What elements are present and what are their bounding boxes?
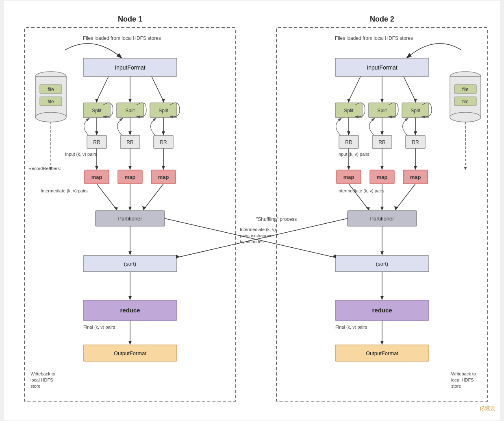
node1-rr2-label: RR	[126, 140, 134, 145]
shuffle-arrow2	[177, 218, 348, 257]
shuffling-sub2: pairs exchanged	[240, 233, 273, 238]
node2-map3-label: map	[410, 174, 421, 180]
node2-part-sort-arrow	[380, 251, 384, 255]
node1-writeback-label: Writeback to	[30, 371, 55, 376]
shuffle-arrow2-head	[176, 255, 180, 259]
node1-map1-part-arrow	[114, 207, 118, 210]
node2-outputformat-label: OutputFormat	[366, 350, 399, 356]
node1-rr1-loop	[84, 118, 90, 136]
node2-map3-part-line	[396, 184, 415, 209]
shuffle-arrow1	[165, 218, 335, 257]
node2-rr1-map1-arrow	[347, 166, 350, 170]
node2-cyl-arrow-head	[464, 167, 467, 170]
node2-writeback-label2: local HDFS	[451, 377, 474, 382]
node1-if-to-split1-line	[97, 76, 109, 101]
node2-rr2-label: RR	[378, 140, 386, 145]
shuffling-sub1: Intermediate (k, v)	[240, 227, 276, 232]
node2-map1-part-arrow	[366, 207, 370, 210]
node2-if-split2-arrow	[380, 99, 384, 103]
node1-if-split3-arrow	[162, 99, 165, 103]
node2-rr3-map3-arrow	[414, 166, 417, 170]
node1-map1-part-line	[97, 184, 116, 209]
node1-rr1-map1-arrow	[95, 166, 98, 170]
node2-if-to-split1-line	[349, 76, 361, 101]
node2-rr3-loop	[403, 118, 408, 136]
node2-file2-label: file	[462, 99, 469, 105]
node2-reduce-output-arrow	[380, 341, 384, 345]
node1-outputformat-label: OutputFormat	[114, 350, 147, 356]
node1-rr3-loop	[151, 118, 156, 136]
node1-final-kv-label: Final (k, v) pairs	[83, 325, 115, 329]
node2-map2-part-arrow	[380, 207, 384, 211]
main-container: Node 1 Files loaded from local HDFS stor…	[4, 1, 500, 420]
node1-writeback-label3: store	[30, 384, 40, 388]
node2-input-kv-label: Input (k, v) pairs	[337, 152, 369, 157]
node1-writeback-label2: local HDFS	[30, 377, 53, 382]
node1-title: Node 1	[118, 15, 142, 23]
shuffling-label: "Shuffling" process	[256, 216, 297, 222]
node2-cyl-bottom	[450, 112, 481, 122]
node2-hdfs-label: Files loaded from local HDFS stores	[335, 35, 413, 41]
node1-partitioner-label: Partitioner	[118, 216, 142, 222]
node1-s2-rr2-arrow	[128, 131, 132, 135]
node1-hdfs-label: Files loaded from local HDFS stores	[83, 35, 161, 41]
node1-sort-reduce-arrow	[128, 296, 132, 300]
node2-s3-rr3-arrow	[414, 131, 417, 135]
node2-file1-label: file	[462, 87, 469, 92]
node1-sort-label: (sort)	[124, 261, 136, 267]
node1-map3-part-line	[144, 184, 163, 209]
node1-map2-part-arrow	[128, 207, 132, 211]
node1-if-split1-arrow	[95, 99, 98, 103]
shuffle-arrow1-head	[332, 254, 336, 259]
node1-inter-kv-label: Intermediate (k, v) pairs	[41, 188, 88, 193]
node1-rr2-map2-arrow	[128, 166, 132, 170]
node2-reduce-label: reduce	[372, 307, 392, 314]
node2-writeback-label: Writeback to	[451, 371, 476, 376]
node1-if-to-split3-line	[152, 76, 163, 101]
node1-curved-arrow	[65, 44, 122, 58]
node1-s3-rr3-arrow	[162, 131, 165, 135]
diagram-svg: Node 1 Files loaded from local HDFS stor…	[12, 9, 500, 412]
node1-input-kv-label: Input (k, v) pairs	[65, 152, 97, 157]
node1-rr-label: RecordReaders:	[28, 166, 61, 171]
node2-map1-label: map	[343, 174, 354, 180]
node2-sort-label: (sort)	[376, 261, 388, 267]
node2-inter-kv-label: Intermediate (k, v) pairs	[337, 188, 385, 193]
node2-map2-label: map	[377, 174, 388, 180]
node2-curved-arrow	[406, 44, 461, 58]
node2-s1-rr1-arrow	[347, 131, 350, 135]
node2-partitioner-label: Partitioner	[370, 216, 394, 222]
watermark: 亿速云	[479, 405, 495, 411]
node1-rr3-label: RR	[160, 140, 167, 145]
node2-sort-reduce-arrow	[380, 296, 384, 300]
node1-split3-label: Split	[159, 108, 168, 113]
node2-split3-label: Split	[411, 108, 420, 113]
node1-split2-label: Split	[125, 108, 135, 113]
node2-final-kv-label: Final (k, v) pairs	[335, 325, 367, 329]
node1-part-sort-arrow	[128, 251, 132, 255]
node1-s1-rr1-arrow	[95, 131, 98, 135]
node1-map3-label: map	[158, 174, 169, 180]
node2-if-to-split3-line	[404, 76, 415, 101]
node1-rr1-label: RR	[93, 140, 100, 145]
node2-split2-label: Split	[377, 108, 387, 113]
node2-rr1-loop	[336, 118, 342, 136]
node2-s2-rr2-arrow	[380, 131, 384, 135]
node1-map2-label: map	[125, 174, 136, 180]
node2-map1-part-line	[349, 184, 368, 209]
shuffling-sub3: by all nodes	[240, 239, 264, 244]
node2-if-split1-arrow	[347, 99, 350, 103]
node1-file2-label: file	[48, 99, 54, 105]
node2-writeback-label3: store	[451, 384, 461, 388]
node2-rr3-label: RR	[412, 140, 419, 145]
node2-rr1-label: RR	[345, 140, 352, 145]
node2-rr2-map2-arrow	[380, 166, 384, 170]
node1-file1-label: file	[48, 87, 54, 92]
node2-rr2-loop	[369, 118, 375, 136]
node1-inputformat-label: InputFormat	[115, 64, 146, 71]
node1-if-split2-arrow	[128, 99, 132, 103]
node2-title: Node 2	[370, 15, 394, 23]
node1-map1-label: map	[91, 174, 102, 180]
node2-if-split3-arrow	[414, 99, 417, 103]
node1-reduce-label: reduce	[120, 307, 140, 314]
